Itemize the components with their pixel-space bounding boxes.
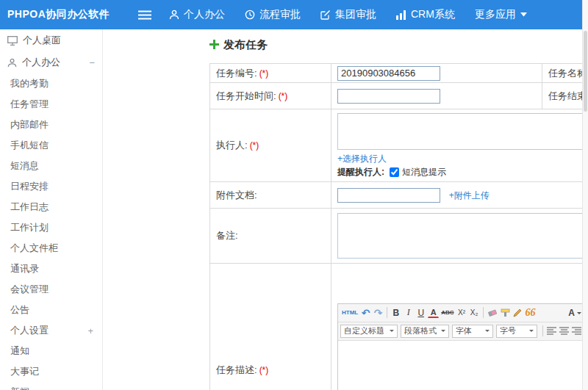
sidebar-item-short-message[interactable]: 短消息 [0,156,102,176]
html-source-button[interactable]: HTML [341,306,359,319]
app-logo[interactable]: PHPOA协同办公软件 [0,8,116,21]
pencil-icon[interactable] [512,306,523,319]
attachment-input[interactable] [337,188,440,203]
nav-item-crm-system[interactable]: CRM系统 [396,8,455,21]
task-name-label-cell: 任务名称:(*) [542,64,588,83]
sidebar-item-mobile-sms[interactable]: 手机短信 [0,135,102,156]
attachment-label: 附件文档: [216,189,257,201]
executor-field-cell: +选择执行人 提醒执行人: 短消息提示 [331,109,588,182]
sidebar-item-label: 个人桌面 [23,34,61,47]
sidebar-item-label: 大事记 [10,365,39,378]
toolbar-separator [483,307,484,318]
remark-textarea[interactable] [337,213,586,259]
nav-item-more-apps[interactable]: 更多应用 [475,8,527,21]
underline-button[interactable]: U [415,306,426,319]
chart-icon [396,10,406,20]
sidebar-item-memorabilia[interactable]: 大事记 [0,361,102,382]
nav-item-process-approval[interactable]: 流程审批 [245,8,301,21]
required-mark: (*) [250,140,259,151]
sidebar-item-announcement[interactable]: 公告 [0,300,102,320]
align-center-icon[interactable] [558,325,570,338]
sidebar-item-label: 通讯录 [10,262,39,275]
format-brush-icon[interactable] [500,306,511,319]
sidebar-item-file-cabinet[interactable]: 个人文件柜 [0,238,102,259]
collapse-icon[interactable]: − [89,57,95,68]
strikethrough-button[interactable]: ABC [440,306,454,319]
main-content: 发布任务 任务编号:(*) 任务名称:(*) 任务开始时间:(*) [103,29,588,390]
sidebar-item-task-management[interactable]: 任务管理 [0,94,102,115]
nav-item-label: 流程审批 [259,8,301,21]
bold-button[interactable]: B [390,306,401,319]
nav-item-label: 更多应用 [475,8,516,21]
publish-task-form: 任务编号:(*) 任务名称:(*) 任务开始时间:(*) 任务结束时间 [209,63,588,390]
sidebar-item-personal-settings[interactable]: 个人设置 + [0,320,102,341]
sidebar-item-my-attendance[interactable]: 我的考勤 [0,73,102,94]
sidebar-item-label: 公告 [10,303,29,317]
font-family-select[interactable]: 字体 [452,325,493,338]
editor-content-area[interactable] [338,341,585,390]
rich-text-editor: HTML ↶ ↷ B I U A ABC X² X₂ [337,303,586,390]
end-time-label-cell: 任务结束时间:(*) [542,83,588,109]
start-time-input[interactable] [337,89,440,104]
remark-label: 备注: [216,230,238,241]
vertical-scrollbar[interactable] [582,0,588,390]
description-label-cell: 任务描述:(*) [210,264,331,390]
sidebar-item-contacts[interactable]: 通讯录 [0,259,102,279]
executor-textarea[interactable] [337,113,586,150]
italic-button[interactable]: I [403,306,414,319]
clock-icon [245,10,255,20]
sidebar-item-personal-desktop[interactable]: 个人桌面 [0,29,102,51]
start-time-field-cell [331,83,542,109]
select-executor-link[interactable]: +选择执行人 [337,151,387,166]
sidebar-item-label: 我的考勤 [10,77,49,90]
desktop-icon [7,36,18,46]
sidebar-item-internal-mail[interactable]: 内部邮件 [0,115,102,135]
page-title: 发布任务 [209,38,588,52]
scrollbar-thumb[interactable] [584,31,587,112]
top-navigation: 个人办公 流程审批 集团审批 CRM系统 更多应用 [169,8,547,21]
edit-icon [320,10,331,20]
user-icon [7,58,17,68]
undo-icon[interactable]: ↶ [360,306,371,319]
attachment-label-cell: 附件文档: [210,182,331,209]
sidebar-item-notification[interactable]: 通知 [0,341,102,361]
font-color-button[interactable]: A [428,307,439,318]
align-left-icon[interactable] [545,325,558,338]
sms-remind-checkbox[interactable] [390,167,399,177]
menu-toggle-icon[interactable] [138,10,151,20]
nav-item-personal-office[interactable]: 个人办公 [169,8,225,21]
sidebar-item-label: 个人设置 [10,324,49,337]
sidebar-item-meeting-management[interactable]: 会议管理 [0,279,102,300]
page-title-text: 发布任务 [223,38,268,52]
redo-icon[interactable]: ↷ [373,306,384,319]
expand-icon[interactable]: + [87,325,93,336]
sidebar-item-label: 短消息 [10,159,39,173]
paragraph-format-select[interactable]: 段落格式 [401,325,449,338]
sidebar-item-news[interactable]: 新闻 [0,382,102,390]
sidebar-item-label: 新闻 [10,386,29,390]
remark-label-cell: 备注: [210,209,331,264]
hamburger-icon [138,10,151,20]
start-time-label-cell: 任务开始时间:(*) [210,83,331,109]
description-label: 任务描述: [216,364,257,375]
toolbar-separator [387,307,387,318]
sidebar-item-personal-office[interactable]: 个人办公 − [0,51,102,73]
superscript-button[interactable]: X² [456,306,467,319]
blockquote-button[interactable]: 66 [525,306,537,319]
text-color-dropdown[interactable]: A [567,306,582,319]
sms-remind-label: 短消息提示 [402,166,446,178]
add-icon [209,39,219,52]
attachment-upload-link[interactable]: +附件上传 [449,190,490,201]
task-number-input[interactable] [337,66,440,81]
font-size-select[interactable]: 字号 [496,325,537,338]
nav-item-group-approval[interactable]: 集团审批 [320,8,376,21]
sidebar-item-label: 工作日志 [10,201,49,214]
sidebar-item-work-log[interactable]: 工作日志 [0,197,102,217]
eraser-icon[interactable] [487,306,498,319]
custom-heading-select[interactable]: 自定义标题 [340,325,398,338]
subscript-button[interactable]: X₂ [469,306,480,319]
sidebar-item-schedule[interactable]: 日程安排 [0,176,102,197]
executor-label-cell: 执行人:(*) [210,109,331,182]
align-right-icon[interactable] [570,325,583,338]
sidebar-item-work-plan[interactable]: 工作计划 [0,217,102,238]
